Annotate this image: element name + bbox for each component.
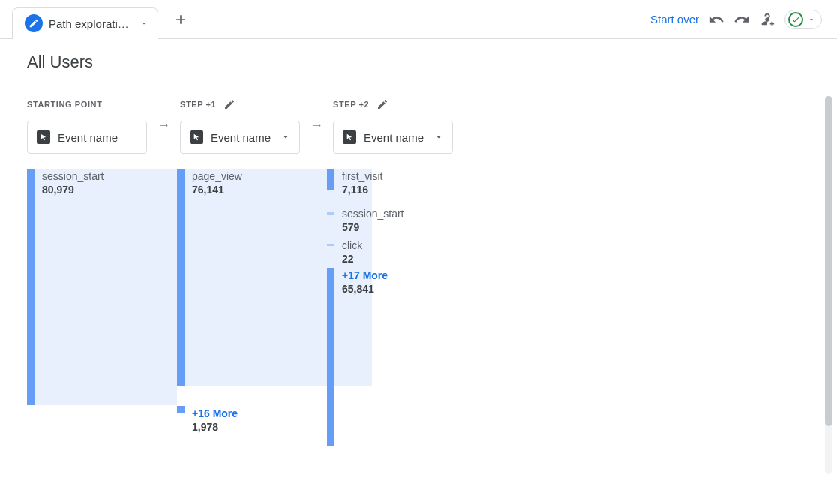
path-columns: STARTING POINT Event name → STEP +1 bbox=[27, 97, 819, 154]
cursor-icon bbox=[37, 130, 50, 144]
node-type-selector-1[interactable]: Event name bbox=[180, 121, 300, 154]
node-bar bbox=[177, 169, 184, 386]
sankey-diagram: session_start 80,979 page_view 76,141 +1… bbox=[27, 169, 819, 484]
sample-status-menu[interactable] bbox=[784, 10, 822, 29]
segment-title: All Users bbox=[27, 52, 819, 80]
node-value: 65,841 bbox=[342, 283, 388, 295]
start-over-button[interactable]: Start over bbox=[650, 13, 699, 26]
node-bar bbox=[327, 244, 334, 246]
node-type-label: Event name bbox=[211, 131, 271, 144]
sankey-node[interactable]: first_visit 7,116 bbox=[327, 169, 382, 196]
top-toolbar: Path explorati… Start over bbox=[0, 0, 837, 39]
cursor-icon bbox=[343, 130, 356, 144]
node-type-selector-2[interactable]: Event name bbox=[333, 121, 453, 154]
node-bar bbox=[327, 212, 334, 215]
top-actions: Start over bbox=[650, 10, 831, 29]
node-bar bbox=[327, 169, 334, 190]
step-header: STARTING POINT bbox=[27, 100, 102, 109]
exploration-canvas: All Users STARTING POINT Event name → ST… bbox=[0, 39, 837, 504]
step-header: STEP +1 bbox=[180, 100, 216, 109]
tab-menu-caret-icon[interactable] bbox=[140, 19, 148, 28]
cursor-icon bbox=[190, 130, 203, 144]
node-label: click bbox=[342, 239, 362, 251]
edit-step-button[interactable] bbox=[376, 98, 388, 110]
scrollbar-thumb[interactable] bbox=[825, 96, 832, 426]
node-label: session_start bbox=[42, 170, 104, 182]
sankey-node[interactable]: session_start 579 bbox=[327, 206, 404, 233]
node-label: first_visit bbox=[342, 170, 382, 182]
step-column-1: STEP +1 Event name bbox=[180, 97, 300, 154]
vertical-scrollbar[interactable] bbox=[825, 96, 832, 474]
node-label: page_view bbox=[192, 170, 242, 182]
share-button[interactable] bbox=[759, 11, 776, 28]
add-tab-button[interactable] bbox=[166, 4, 196, 34]
step-header: STEP +2 bbox=[333, 100, 369, 109]
node-type-label: Event name bbox=[364, 131, 424, 144]
caret-down-icon bbox=[808, 16, 815, 23]
node-bar bbox=[327, 268, 334, 446]
sankey-node[interactable]: click 22 bbox=[327, 238, 362, 265]
sankey-node-more[interactable]: +16 More 1,978 bbox=[177, 406, 238, 433]
arrow-icon: → bbox=[147, 109, 180, 142]
caret-down-icon bbox=[434, 133, 443, 142]
node-value: 22 bbox=[342, 253, 362, 265]
node-type-selector-0[interactable]: Event name bbox=[27, 121, 147, 154]
more-link[interactable]: +17 More bbox=[342, 269, 388, 281]
sankey-node[interactable]: session_start 80,979 bbox=[27, 169, 104, 405]
check-circle-icon bbox=[788, 12, 803, 27]
sankey-node[interactable]: page_view 76,141 bbox=[177, 169, 242, 386]
step-column-2: STEP +2 Event name bbox=[333, 97, 453, 154]
pencil-icon bbox=[25, 14, 43, 32]
node-value: 7,116 bbox=[342, 184, 382, 196]
undo-button[interactable] bbox=[708, 11, 724, 28]
node-value: 76,141 bbox=[192, 184, 242, 196]
node-label: session_start bbox=[342, 208, 404, 220]
caret-down-icon bbox=[281, 133, 290, 142]
node-value: 579 bbox=[342, 221, 404, 233]
node-type-label: Event name bbox=[58, 131, 118, 144]
redo-button[interactable] bbox=[734, 11, 750, 28]
tab-active[interactable]: Path explorati… bbox=[12, 8, 158, 39]
arrow-icon: → bbox=[300, 109, 333, 142]
node-bar bbox=[177, 406, 184, 413]
node-value: 1,978 bbox=[192, 421, 238, 433]
sankey-node-more[interactable]: +17 More 65,841 bbox=[327, 268, 388, 446]
step-column-0: STARTING POINT Event name bbox=[27, 97, 147, 154]
more-link[interactable]: +16 More bbox=[192, 407, 238, 419]
edit-step-button[interactable] bbox=[224, 98, 236, 110]
node-bar bbox=[27, 169, 34, 405]
tab-label: Path explorati… bbox=[49, 17, 129, 30]
node-value: 80,979 bbox=[42, 184, 104, 196]
